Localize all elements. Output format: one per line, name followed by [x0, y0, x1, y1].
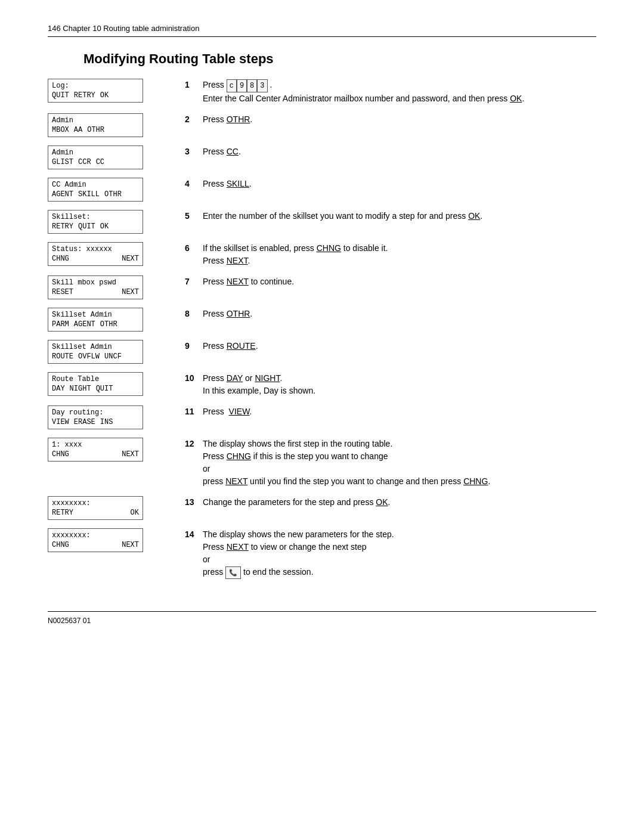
header: 146 Chapter 10 Routing table administrat…: [48, 24, 596, 37]
step-4-screen-bottom: AGENT SKILL OTHR: [52, 190, 139, 199]
step-7-text: Press NEXT to continue.: [203, 275, 596, 288]
step-14-screen-col: xxxxxxxx: CHNG NEXT: [48, 528, 167, 552]
step-6-chng-ref: CHNG: [317, 243, 341, 253]
step-10-screen-top: Route Table: [52, 375, 139, 383]
step-11-screen-col: Day routing: VIEW ERASE INS: [48, 405, 167, 429]
step-5-screen-bottom: RETRY QUIT OK: [52, 222, 139, 231]
step-4-btn-agent: AGENT: [52, 190, 73, 199]
step-7-screen: Skill mbox pswd RESET NEXT: [48, 275, 143, 299]
step-1-row: Log: QUIT RETRY OK 1 Press c983 . Enter …: [48, 79, 596, 105]
step-9-btn-route: ROUTE: [52, 352, 73, 361]
step-10-day-ref: DAY: [227, 373, 243, 383]
step-11-screen-bottom: VIEW ERASE INS: [52, 418, 139, 426]
step-4-row: CC Admin AGENT SKILL OTHR 4 Press SKILL.: [48, 178, 596, 202]
step-12-screen-top: 1: xxxx: [52, 441, 139, 449]
step-4-text: Press SKILL.: [203, 178, 596, 190]
step-5-row: Skillset: RETRY QUIT OK 5 Enter the numb…: [48, 210, 596, 234]
step-8-number: 8: [185, 308, 203, 318]
step-3-cc-ref: CC: [227, 147, 239, 156]
step-1-ok-ref: OK: [510, 94, 522, 103]
step-6-text: If the skillset is enabled, press CHNG t…: [203, 242, 596, 267]
step-14-btn-next: NEXT: [122, 541, 139, 549]
step-9-btn-ovflw: OVFLW: [78, 352, 100, 361]
step-5-screen-col: Skillset: RETRY QUIT OK: [48, 210, 167, 234]
steps-container: Log: QUIT RETRY OK 1 Press c983 . Enter …: [48, 79, 596, 587]
step-10-screen: Route Table DAY NIGHT QUIT: [48, 372, 143, 396]
header-text: 146 Chapter 10 Routing table administrat…: [48, 24, 199, 33]
step-11-text: Press VIEW.: [203, 405, 596, 418]
step-2-btn-mbox: MBOX: [52, 126, 69, 134]
step-5-screen-top: Skillset:: [52, 213, 139, 221]
step-14-screen-bottom: CHNG NEXT: [52, 541, 139, 549]
step-8-screen-top: Skillset Admin: [52, 311, 139, 319]
step-12-screen-col: 1: xxxx CHNG NEXT: [48, 438, 167, 462]
step-11-number: 11: [185, 405, 203, 416]
step-7-next-ref: NEXT: [227, 277, 249, 286]
step-8-btn-othr: OTHR: [100, 320, 117, 329]
step-3-btn-glist: GLIST: [52, 158, 73, 166]
step-12-row: 1: xxxx CHNG NEXT 12 The display shows t…: [48, 438, 596, 488]
step-14-btn-chng: CHNG: [52, 541, 69, 549]
step-5-text: Enter the number of the skillset you wan…: [203, 210, 596, 222]
step-2-btn-aa: AA: [74, 126, 82, 134]
step-13-text: Change the parameters for the step and p…: [203, 496, 596, 509]
step-7-screen-col: Skill mbox pswd RESET NEXT: [48, 275, 167, 299]
footer: N0025637 01: [48, 611, 596, 625]
step-9-route-ref: ROUTE: [227, 341, 256, 351]
step-3-screen-top: Admin: [52, 148, 139, 157]
step-7-row: Skill mbox pswd RESET NEXT 7 Press NEXT …: [48, 275, 596, 299]
step-7-screen-top: Skill mbox pswd: [52, 278, 139, 287]
step-10-night-ref: NIGHT: [255, 373, 280, 383]
phone-end-icon: 📞: [225, 566, 241, 579]
step-13-btn-retry: RETRY: [52, 509, 73, 517]
step-2-row: Admin MBOX AA OTHR 2 Press OTHR.: [48, 113, 596, 137]
step-14-text: The display shows the new parameters for…: [203, 528, 596, 579]
step-1-screen-bottom: QUIT RETRY OK: [52, 91, 139, 100]
step-8-screen-bottom: PARM AGENT OTHR: [52, 320, 139, 329]
step-2-text: Press OTHR.: [203, 113, 596, 126]
step-6-screen-top: Status: xxxxxx: [52, 245, 139, 253]
step-10-btn-quit: QUIT: [96, 385, 113, 393]
step-9-screen: Skillset Admin ROUTE OVFLW UNCF: [48, 340, 143, 364]
step-5-btn-retry: RETRY: [52, 222, 73, 231]
step-8-screen: Skillset Admin PARM AGENT OTHR: [48, 308, 143, 332]
step-12-text: The display shows the first step in the …: [203, 438, 596, 488]
step-11-btn-erase: ERASE: [74, 418, 95, 426]
step-13-screen: xxxxxxxx: RETRY OK: [48, 496, 143, 520]
step-10-btn-day: DAY: [52, 385, 65, 393]
step-1-text: Press c983 . Enter the Call Center Admin…: [203, 79, 596, 105]
step-12-chng-ref1: CHNG: [227, 451, 251, 461]
step-6-next-ref: NEXT: [227, 256, 248, 265]
step-8-btn-parm: PARM: [52, 320, 69, 329]
step-8-row: Skillset Admin PARM AGENT OTHR 8 Press O…: [48, 308, 596, 332]
step-11-view-ref: VIEW: [229, 407, 250, 416]
step-9-number: 9: [185, 340, 203, 351]
step-6-row: Status: xxxxxx CHNG NEXT 6 If the skills…: [48, 242, 596, 267]
step-13-row: xxxxxxxx: RETRY OK 13 Change the paramet…: [48, 496, 596, 520]
step-7-number: 7: [185, 275, 203, 286]
step-6-btn-chng: CHNG: [52, 255, 69, 263]
step-10-screen-col: Route Table DAY NIGHT QUIT: [48, 372, 167, 396]
step-10-screen-bottom: DAY NIGHT QUIT: [52, 385, 139, 393]
step-12-or: or: [203, 464, 210, 473]
step-9-screen-col: Skillset Admin ROUTE OVFLW UNCF: [48, 340, 167, 364]
step-13-screen-col: xxxxxxxx: RETRY OK: [48, 496, 167, 520]
step-10-text: Press DAY or NIGHT. In this example, Day…: [203, 372, 596, 397]
step-3-row: Admin GLIST CCR CC 3 Press CC.: [48, 145, 596, 169]
step-11-btn-ins: INS: [100, 418, 113, 426]
step-1-btn-ok: OK: [100, 91, 109, 100]
step-12-btn-chng: CHNG: [52, 450, 69, 459]
step-7-screen-bottom: RESET NEXT: [52, 288, 139, 296]
step-11-screen: Day routing: VIEW ERASE INS: [48, 405, 143, 429]
step-12-chng-ref2: CHNG: [463, 476, 488, 486]
step-1-number: 1: [185, 79, 203, 89]
step-7-btn-next: NEXT: [122, 288, 139, 296]
step-5-number: 5: [185, 210, 203, 221]
step-4-btn-skill: SKILL: [78, 190, 100, 199]
footer-text: N0025637 01: [48, 617, 91, 625]
step-5-btn-ok: OK: [100, 222, 109, 231]
step-7-btn-reset: RESET: [52, 288, 73, 296]
step-11-screen-top: Day routing:: [52, 408, 139, 417]
step-5-screen: Skillset: RETRY QUIT OK: [48, 210, 143, 234]
step-3-btn-cc: CC: [96, 158, 104, 166]
